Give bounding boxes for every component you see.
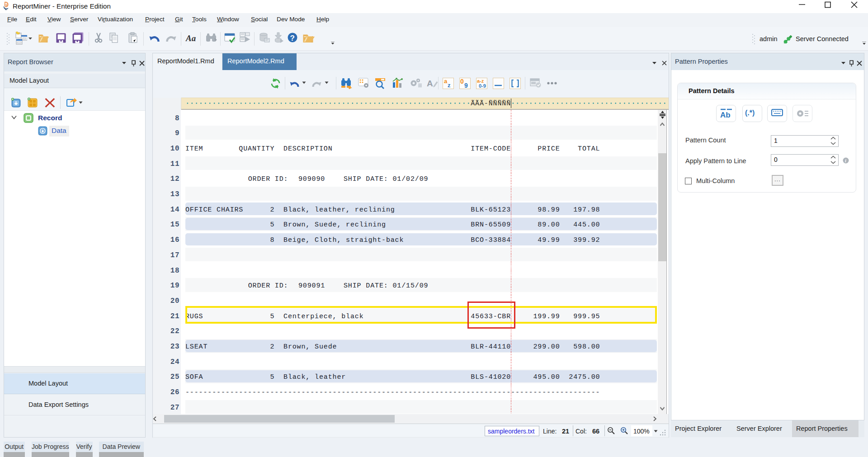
svg-text:0: 0	[460, 78, 464, 85]
svg-text:i: i	[845, 158, 846, 163]
svg-text:Aa: Aa	[185, 33, 196, 43]
svg-text:9: 9	[464, 82, 468, 89]
svg-text:Ab: Ab	[720, 111, 731, 119]
svg-text:A: A	[427, 79, 433, 88]
svg-text:?: ?	[290, 34, 295, 42]
svg-text:0-9: 0-9	[479, 83, 486, 89]
svg-text:z: z	[448, 82, 451, 89]
svg-text:a: a	[444, 78, 448, 85]
